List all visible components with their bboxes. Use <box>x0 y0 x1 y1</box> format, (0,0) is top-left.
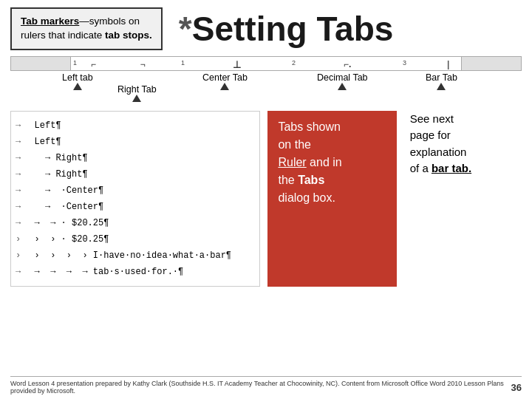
left-tab-arrow <box>73 83 82 90</box>
title-text: Setting Tabs <box>192 12 394 46</box>
row-content-2: → Right¶ <box>24 153 87 163</box>
ruler-bar: 1 1 2 3 ⌐ ⌐ ⊥ ⌐. | <box>10 56 522 71</box>
decimal-tab-arrow <box>338 83 347 90</box>
center-tab-arrow <box>220 83 229 90</box>
decimal-tab-label: Decimal Tab <box>317 72 368 83</box>
center-tab-marker: ⊥ <box>233 59 241 70</box>
doc-row-1: → Left¶ <box>16 134 255 150</box>
red-tabs-text: Tabs <box>298 174 324 186</box>
row-arrow-5: → <box>16 202 21 212</box>
row-content-0: Left¶ <box>24 120 61 131</box>
red-highlight-box: Tabs shown on the Ruler and in the Tabs … <box>267 111 396 287</box>
left-tab-marker: ⌐ <box>91 59 96 69</box>
right-tab-marker: ⌐ <box>140 59 146 69</box>
decimal-tab-marker: ⌐. <box>344 59 351 69</box>
row-content-1: Left¶ <box>24 137 61 147</box>
doc-row-3: → → Right¶ <box>16 166 255 183</box>
row-content-4: → ·Center¶ <box>24 185 103 196</box>
right-tab-lbl: Right Tab <box>117 84 157 102</box>
left-tab-lbl: Left tab <box>62 72 93 90</box>
row-arrow-7: › <box>16 234 21 245</box>
row-arrow-0: → <box>16 120 21 131</box>
tab-labels-row: Left tab Right Tab Center Tab Decimal Ta… <box>10 72 522 108</box>
main-content: → Left¶ → Left¶ → → Right¶ → → Right¶ → … <box>10 111 522 287</box>
center-tab-lbl: Center Tab <box>202 72 248 90</box>
red-ruler-text: Ruler <box>278 156 306 168</box>
bar-tab-marker: | <box>447 59 449 69</box>
doc-row-7: › › › · $20.25¶ <box>16 231 255 248</box>
doc-row-6: → → → · $20.25¶ <box>16 215 255 231</box>
left-tab-label: Left tab <box>62 72 93 83</box>
bar-tab-arrow <box>437 83 446 90</box>
row-arrow-3: → <box>16 169 21 180</box>
bar-tab-lbl: Bar Tab <box>426 72 457 90</box>
row-arrow-4: → <box>16 185 21 196</box>
row-arrow-8: › <box>16 250 21 261</box>
ruler-num-2: 1 <box>181 59 185 66</box>
red-line2: on the <box>278 138 310 151</box>
tab-markers-description: Tab markers—symbols on rulers that indic… <box>10 7 163 50</box>
row-arrow-1: → <box>16 137 21 147</box>
red-line1: Tabs shown <box>278 120 341 133</box>
page-title: *Setting Tabs <box>179 7 394 50</box>
bar-tab-label: Bar Tab <box>426 72 457 83</box>
ruler-num-3: 2 <box>292 59 296 66</box>
doc-row-2: → → Right¶ <box>16 150 255 166</box>
row-content-8: › › › › I·have·no·idea·what·a·bar¶ <box>24 250 231 261</box>
row-arrow-9: → <box>16 267 21 277</box>
footer-credit: Word Lesson 4 presentation prepared by K… <box>10 380 511 395</box>
footer-page-number: 36 <box>511 382 522 393</box>
row-content-5: → ·Center¶ <box>24 202 103 212</box>
decimal-tab-lbl: Decimal Tab <box>317 72 368 90</box>
ruler-num-4: 3 <box>403 59 406 66</box>
title-asterisk: * <box>179 12 192 46</box>
doc-row-4: → → ·Center¶ <box>16 183 255 199</box>
see-next-1: See next <box>410 112 454 125</box>
row-content-3: → Right¶ <box>24 169 87 180</box>
row-content-9: → → → → tab·s·used·for.·¶ <box>24 267 183 277</box>
tab-markers-text: rulers that indicate <box>21 30 105 41</box>
row-content-6: → → · $20.25¶ <box>24 218 109 228</box>
doc-row-5: → → ·Center¶ <box>16 199 255 215</box>
center-tab-label: Center Tab <box>202 72 248 83</box>
right-tab-label: Right Tab <box>117 84 157 95</box>
see-next-3: explanation <box>410 146 467 158</box>
footer: Word Lesson 4 presentation prepared by K… <box>10 376 522 395</box>
doc-row-0: → Left¶ <box>16 117 255 134</box>
red-line4: the <box>278 174 298 186</box>
document-mockup: → Left¶ → Left¶ → → Right¶ → → Right¶ → … <box>10 111 260 287</box>
tab-markers-title: Tab markers <box>21 16 79 27</box>
red-line3b: and in <box>307 156 342 168</box>
ruler-labels-block: 1 1 2 3 ⌐ ⌐ ⊥ ⌐. | Left tab Right Tab Ce… <box>10 56 522 108</box>
tab-stops-bold: tab stops. <box>105 30 152 41</box>
red-line5: dialog box. <box>278 191 335 204</box>
ruler-num-1: 1 <box>73 59 77 66</box>
see-next-2: page for <box>410 129 451 141</box>
row-arrow-2: → <box>16 153 21 163</box>
doc-row-9: → → → → → tab·s·used·for.·¶ <box>16 264 255 280</box>
right-tab-arrow <box>132 95 141 102</box>
tab-markers-dash: —symbols on <box>79 16 140 27</box>
header-section: Tab markers—symbols on rulers that indic… <box>0 0 532 55</box>
see-next-4: of a <box>410 162 432 174</box>
bar-tab-ref: bar tab. <box>432 162 471 174</box>
row-arrow-6: → <box>16 218 21 228</box>
see-next-box: See next page for explanation of a bar t… <box>404 111 522 287</box>
row-content-7: › › · $20.25¶ <box>24 234 109 245</box>
doc-row-8: › › › › › I·have·no·idea·what·a·bar¶ <box>16 248 255 264</box>
